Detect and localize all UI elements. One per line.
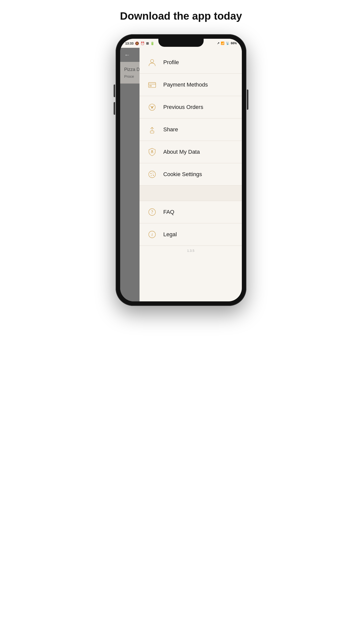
alarm-icon: ⏰ — [141, 42, 145, 45]
cookie-settings-icon — [147, 169, 158, 180]
menu-label-faq: FAQ — [163, 209, 174, 215]
about-my-data-icon — [147, 146, 158, 157]
svg-point-16 — [152, 175, 153, 175]
svg-point-7 — [152, 106, 153, 108]
volume-down-button — [114, 102, 115, 115]
svg-point-12 — [151, 173, 152, 174]
svg-point-0 — [151, 59, 154, 63]
svg-point-14 — [153, 175, 154, 176]
svg-point-11 — [149, 171, 156, 178]
profile-icon — [147, 57, 158, 68]
menu-item-legal[interactable]: i Legal — [140, 223, 242, 246]
menu-item-cookie-settings[interactable]: Cookie Settings — [140, 163, 242, 186]
phone-frame: 13:33 🔕 ⏰ ⊞ 🔋 ↗ 📶 📡 66% ← Pizza D Proce — [116, 34, 246, 306]
volume-up-button — [114, 85, 115, 97]
page-title: Download the app today — [120, 10, 242, 22]
menu-label-share: Share — [163, 126, 178, 133]
legal-icon: i — [147, 229, 158, 240]
status-left: 13:33 🔕 ⏰ ⊞ 🔋 — [125, 42, 154, 45]
svg-text:?: ? — [151, 210, 153, 215]
menu-item-profile[interactable]: Profile — [140, 51, 242, 74]
power-button — [247, 90, 248, 110]
menu-label-previous-orders: Previous Orders — [163, 104, 203, 110]
menu-list: Profile Payment Methods — [140, 51, 242, 301]
phone-screen: 13:33 🔕 ⏰ ⊞ 🔋 ↗ 📶 📡 66% ← Pizza D Proce — [120, 39, 242, 301]
location-icon: ↗ — [217, 42, 219, 45]
menu-item-faq[interactable]: ? FAQ — [140, 201, 242, 223]
menu-label-profile: Profile — [163, 59, 179, 66]
svg-rect-3 — [150, 86, 152, 87]
notch — [158, 39, 204, 47]
menu-item-share[interactable]: Share — [140, 118, 242, 141]
svg-rect-1 — [149, 83, 156, 88]
mute-icon: 🔕 — [135, 42, 139, 45]
menu-spacer — [140, 186, 242, 201]
signal-icon: 📶 — [221, 42, 224, 45]
menu-item-previous-orders[interactable]: Previous Orders — [140, 96, 242, 118]
screenshot-icon: ⊞ — [146, 42, 149, 45]
svg-text:i: i — [152, 232, 153, 237]
menu-label-about-my-data: About My Data — [163, 149, 200, 155]
svg-rect-8 — [150, 131, 154, 133]
battery-saver-icon: 🔋 — [150, 42, 154, 45]
menu-item-about-my-data[interactable]: About My Data — [140, 141, 242, 163]
faq-icon: ? — [147, 207, 158, 218]
menu-label-legal: Legal — [163, 231, 177, 238]
battery-display: 66% — [231, 42, 237, 45]
version-text: 1.3.5 — [140, 246, 242, 256]
svg-point-15 — [151, 175, 152, 176]
share-icon — [147, 124, 158, 135]
wifi-icon: 📡 — [226, 42, 230, 45]
svg-point-13 — [153, 173, 154, 173]
side-menu-drawer: Profile Payment Methods — [140, 39, 242, 301]
menu-item-payment-methods[interactable]: Payment Methods — [140, 74, 242, 96]
time-display: 13:33 — [125, 42, 133, 45]
menu-label-cookie-settings: Cookie Settings — [163, 171, 202, 178]
svg-point-10 — [152, 150, 153, 152]
menu-label-payment-methods: Payment Methods — [163, 82, 208, 88]
payment-methods-icon — [147, 79, 158, 90]
previous-orders-icon — [147, 102, 158, 113]
status-right: ↗ 📶 📡 66% — [217, 42, 237, 45]
